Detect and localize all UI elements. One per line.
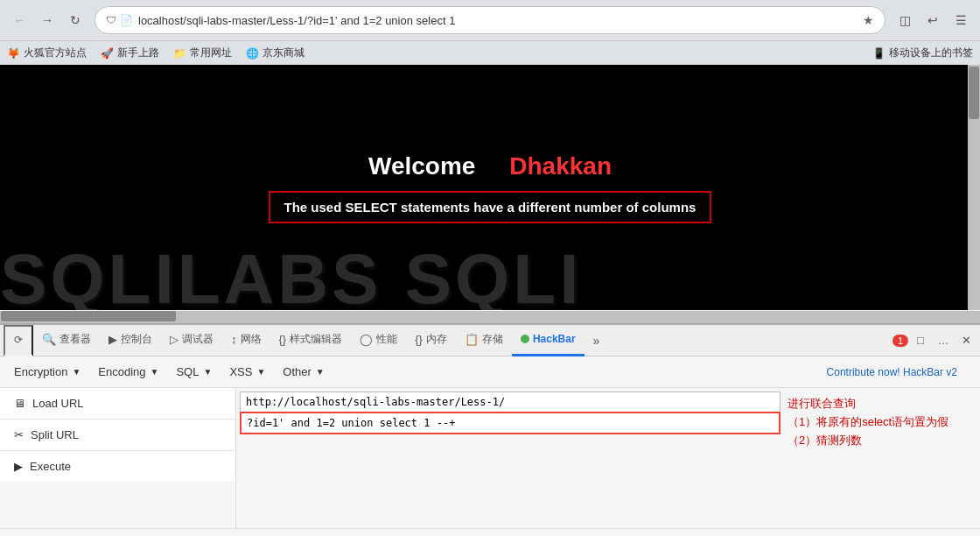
bookmark-common-label: 常用网址 (190, 46, 232, 60)
tab-console-label: 控制台 (121, 332, 152, 347)
menu-button[interactable]: ☰ (948, 8, 973, 32)
tab-inspector-icon[interactable]: ⟳ (4, 325, 33, 356)
note-line2: （1）将原有的select语句置为假 (788, 413, 973, 432)
hackbar-notes: 进行联合查询 （1）将原有的select语句置为假 （2）猜测列数 (784, 391, 976, 525)
tab-performance[interactable]: ◯ 性能 (351, 325, 406, 356)
tab-inspector-label: 查看器 (60, 332, 91, 347)
error-box: The used SELECT statements have a differ… (269, 191, 712, 223)
encoding-label: Encoding (98, 365, 145, 378)
welcome-prefix: Welcome (368, 152, 475, 180)
scroll-thumb[interactable] (969, 67, 979, 119)
close-devtools-button[interactable]: ✕ (956, 330, 976, 351)
forward-button[interactable]: → (35, 8, 60, 32)
mobile-bookmarks[interactable]: 📱 移动设备上的书签 (872, 46, 973, 60)
hackbar-url-line2: ?id=1' and 1=2 union select 1 --+ (240, 412, 780, 434)
note-line1: 进行联合查询 (788, 395, 973, 413)
encoding-chevron-icon: ▼ (150, 367, 159, 377)
network-icon: ↕ (231, 333, 237, 346)
hackbar-bottom-bar: Post data Referer User Agent Cookies Cle… (0, 528, 980, 536)
rocket-icon: 🚀 (101, 47, 114, 60)
xss-menu[interactable]: XSS ▼ (222, 362, 272, 382)
devtools-tabs: ⟳ 🔍 查看器 ▶ 控制台 ▷ 调试器 ↕ 网络 {} 样式编辑器 ◯ 性能 {… (0, 325, 980, 356)
load-url-label: Load URL (32, 397, 84, 410)
tab-style-label: 样式编辑器 (290, 332, 342, 347)
page-icon: 📄 (120, 14, 133, 26)
hackbar-url-area: http://localhost/sqli-labs-master/Less-1… (240, 391, 976, 525)
other-label: Other (283, 365, 312, 378)
split-url-icon: ✂ (14, 428, 24, 441)
tab-network[interactable]: ↕ 网络 (222, 325, 270, 356)
address-input[interactable] (138, 14, 858, 27)
folder-icon: 📁 (173, 47, 186, 60)
execute-button[interactable]: ▶ Execute (0, 451, 235, 482)
sql-label: SQL (176, 365, 199, 378)
xss-chevron-icon: ▼ (256, 367, 265, 377)
error-badge: 1 (892, 335, 908, 347)
bookmark-jd[interactable]: 🌐 京东商城 (246, 46, 304, 60)
split-url-button[interactable]: ✂ Split URL (0, 420, 235, 451)
welcome-name: Dhakkan (509, 152, 612, 180)
page-scrollbar[interactable] (968, 65, 980, 310)
perf-icon: ◯ (360, 333, 373, 346)
xss-label: XSS (229, 365, 252, 378)
address-bar-container: 🛡 📄 ★ (94, 6, 886, 34)
hackbar-right-panel: http://localhost/sqli-labs-master/Less-1… (236, 388, 980, 528)
magnifier-icon: 🔍 (42, 333, 56, 346)
encryption-chevron-icon: ▼ (72, 367, 80, 377)
tab-network-label: 网络 (241, 332, 262, 347)
tab-console[interactable]: ▶ 控制台 (100, 325, 161, 356)
hackbar-left-panel: 🖥 Load URL ✂ Split URL ▶ Execute (0, 388, 236, 528)
back-button[interactable]: ← (7, 8, 32, 32)
tab-hackbar[interactable]: HackBar (512, 325, 584, 356)
bookmark-common[interactable]: 📁 常用网址 (173, 46, 232, 60)
inspector-rotate-icon: ⟳ (14, 334, 23, 346)
tab-storage[interactable]: 📋 存储 (456, 325, 512, 356)
encoding-menu[interactable]: Encoding ▼ (91, 362, 165, 382)
ellipsis-button[interactable]: … (933, 330, 954, 351)
hackbar-toolbar: Encryption ▼ Encoding ▼ SQL ▼ XSS ▼ Othe… (0, 356, 980, 388)
bookmark-firefox-label: 火狐官方站点 (24, 46, 87, 60)
bookmark-firefox[interactable]: 🦊 火狐官方站点 (7, 46, 87, 60)
hackbar-main: 🖥 Load URL ✂ Split URL ▶ Execute http://… (0, 388, 980, 528)
execute-icon: ▶ (14, 460, 23, 473)
load-url-icon: 🖥 (14, 397, 25, 410)
welcome-text: Welcome Dhakkan (368, 152, 612, 180)
load-url-button[interactable]: 🖥 Load URL (0, 388, 235, 420)
split-url-label: Split URL (31, 428, 79, 441)
storage-icon: 📋 (465, 333, 479, 346)
extensions-button[interactable]: ◫ (892, 8, 917, 32)
sql-menu[interactable]: SQL ▼ (169, 362, 219, 382)
tab-inspector[interactable]: 🔍 查看器 (33, 325, 100, 356)
browser-chrome: ← → ↻ 🛡 📄 ★ ◫ ↩ ☰ 🦊 火狐官方站点 🚀 新手上路 📁 (0, 0, 980, 65)
hackbar-dot-icon (521, 335, 529, 343)
tab-memory[interactable]: {} 内存 (406, 325, 456, 356)
devtools-scroll-thumb[interactable] (1, 311, 176, 321)
nav-buttons: ← → ↻ (7, 8, 88, 32)
hackbar-url-line1: http://localhost/sqli-labs-master/Less-1… (240, 391, 780, 412)
bookmarks-bar: 🦊 火狐官方站点 🚀 新手上路 📁 常用网址 🌐 京东商城 📱 移动设备上的书签 (0, 40, 980, 65)
encryption-menu[interactable]: Encryption ▼ (7, 362, 88, 382)
tab-debugger[interactable]: ▷ 调试器 (161, 325, 222, 356)
devtools-horizontal-scroll[interactable] (0, 311, 980, 323)
contribute-link[interactable]: Contribute now! HackBar v2 (827, 366, 957, 378)
shield-icon: 🛡 (106, 14, 116, 26)
more-tabs-button[interactable]: » (588, 330, 606, 351)
undock-button[interactable]: □ (910, 330, 931, 351)
other-menu[interactable]: Other ▼ (276, 362, 331, 382)
tab-hackbar-label: HackBar (533, 333, 576, 345)
debug-icon: ▷ (170, 333, 178, 346)
mobile-bookmarks-label: 移动设备上的书签 (889, 46, 973, 60)
bookmark-start[interactable]: 🚀 新手上路 (101, 46, 159, 60)
style-icon: {} (279, 333, 287, 346)
note-line3: （2）猜测列数 (788, 432, 973, 450)
bg-letters: SQLILABS SQLI (0, 249, 582, 310)
contribute-text: Contribute now! (827, 366, 900, 378)
hackbar-url-block: http://localhost/sqli-labs-master/Less-1… (240, 391, 780, 525)
tab-style-editor[interactable]: {} 样式编辑器 (270, 325, 352, 356)
history-back-button[interactable]: ↩ (920, 8, 945, 32)
bookmark-star-icon[interactable]: ★ (863, 13, 874, 27)
hackbar-version: HackBar v2 (903, 366, 957, 378)
tab-perf-label: 性能 (376, 332, 397, 347)
page-bg-text: SQLILABS SQLI (0, 249, 980, 310)
reload-button[interactable]: ↻ (63, 8, 88, 32)
